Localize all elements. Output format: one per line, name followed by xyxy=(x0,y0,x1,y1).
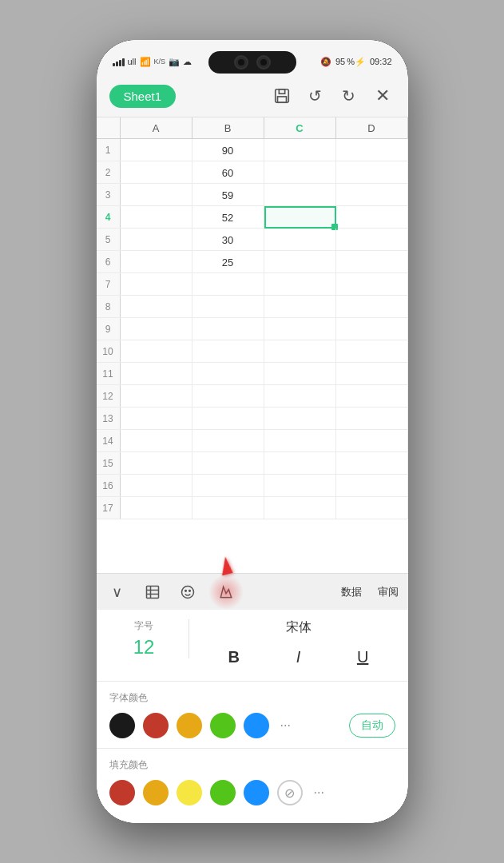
font-color-more[interactable]: ··· xyxy=(277,718,294,733)
cell-c10[interactable] xyxy=(264,340,336,363)
italic-button[interactable]: I xyxy=(284,642,312,671)
cell-d11[interactable] xyxy=(336,363,408,385)
cell-a8[interactable] xyxy=(121,296,192,318)
color-swatch-blue[interactable] xyxy=(244,713,269,738)
cell-a9[interactable] xyxy=(121,318,192,340)
cell-d2[interactable] xyxy=(336,161,408,184)
cell-c7[interactable] xyxy=(264,273,336,296)
undo-button[interactable]: ↺ xyxy=(303,83,328,109)
fill-swatch-orange[interactable] xyxy=(143,780,169,805)
cell-a12[interactable] xyxy=(121,385,192,408)
collapse-button[interactable]: ∨ xyxy=(106,581,129,603)
cell-a13[interactable] xyxy=(121,408,192,430)
cell-b13[interactable] xyxy=(192,408,264,430)
cell-b11[interactable] xyxy=(192,363,264,385)
col-header-c[interactable]: C xyxy=(264,117,336,138)
cell-c2[interactable] xyxy=(264,161,336,184)
bold-button[interactable]: B xyxy=(220,642,248,671)
cell-c12[interactable] xyxy=(264,385,336,408)
cell-d10[interactable] xyxy=(336,340,408,363)
cell-b7[interactable] xyxy=(192,273,264,296)
col-header-b[interactable]: B xyxy=(192,117,264,138)
cell-c11[interactable] xyxy=(264,363,336,385)
cell-d9[interactable] xyxy=(336,318,408,340)
cell-a11[interactable] xyxy=(121,363,192,385)
cell-a5[interactable] xyxy=(121,229,192,251)
font-name[interactable]: 宋体 xyxy=(202,619,395,636)
table-icon[interactable] xyxy=(141,581,164,603)
underline-button[interactable]: U xyxy=(348,642,377,671)
cell-c14[interactable] xyxy=(264,430,336,452)
col-header-d[interactable]: D xyxy=(336,117,408,138)
cell-d5[interactable] xyxy=(336,229,408,251)
cell-c16[interactable] xyxy=(264,475,336,497)
cell-b9[interactable] xyxy=(192,318,264,340)
cell-a3[interactable] xyxy=(121,184,192,206)
tab-review[interactable]: 审阅 xyxy=(378,585,399,599)
color-swatch-red[interactable] xyxy=(143,713,169,738)
cell-c13[interactable] xyxy=(264,408,336,430)
font-size-value[interactable]: 12 xyxy=(133,636,155,658)
save-icon[interactable] xyxy=(269,83,295,109)
cell-d1[interactable] xyxy=(336,139,408,161)
cell-a1[interactable] xyxy=(121,139,192,161)
color-swatch-black[interactable] xyxy=(109,713,135,738)
emoji-icon[interactable] xyxy=(177,581,199,603)
cell-b6[interactable]: 25 xyxy=(192,251,264,273)
cell-a16[interactable] xyxy=(121,475,192,497)
cell-b5[interactable]: 30 xyxy=(192,229,264,251)
cell-c1[interactable] xyxy=(264,139,336,161)
cell-a14[interactable] xyxy=(121,430,192,452)
cell-c9[interactable] xyxy=(264,318,336,340)
cell-b16[interactable] xyxy=(192,475,264,497)
fill-swatch-green[interactable] xyxy=(210,780,236,805)
cell-b8[interactable] xyxy=(192,296,264,318)
color-swatch-green[interactable] xyxy=(210,713,236,738)
cell-d4[interactable] xyxy=(336,206,408,229)
fill-none-button[interactable]: ⊘ xyxy=(277,780,303,805)
redo-button[interactable]: ↻ xyxy=(336,83,362,109)
cell-b14[interactable] xyxy=(192,430,264,452)
fill-swatch-blue[interactable] xyxy=(244,780,269,805)
cell-d17[interactable] xyxy=(336,497,408,519)
cell-b4[interactable]: 52 xyxy=(192,206,264,229)
cell-d15[interactable] xyxy=(336,452,408,475)
cell-d3[interactable] xyxy=(336,184,408,206)
cell-b15[interactable] xyxy=(192,452,264,475)
cell-b12[interactable] xyxy=(192,385,264,408)
cell-a10[interactable] xyxy=(121,340,192,363)
cell-c3[interactable] xyxy=(264,184,336,206)
cell-a7[interactable] xyxy=(121,273,192,296)
cell-d8[interactable] xyxy=(336,296,408,318)
cell-c8[interactable] xyxy=(264,296,336,318)
cell-a15[interactable] xyxy=(121,452,192,475)
cell-c5[interactable] xyxy=(264,229,336,251)
color-swatch-orange[interactable] xyxy=(177,713,202,738)
cell-d12[interactable] xyxy=(336,385,408,408)
cell-c4[interactable] xyxy=(264,206,336,229)
fill-swatch-yellow[interactable] xyxy=(177,780,202,805)
cell-b2[interactable]: 60 xyxy=(192,161,264,184)
cell-d6[interactable] xyxy=(336,251,408,273)
cell-b1[interactable]: 90 xyxy=(192,139,264,161)
cell-a4[interactable] xyxy=(121,206,192,229)
cell-d16[interactable] xyxy=(336,475,408,497)
cell-a2[interactable] xyxy=(121,161,192,184)
cell-b10[interactable] xyxy=(192,340,264,363)
cell-d7[interactable] xyxy=(336,273,408,296)
cell-b17[interactable] xyxy=(192,497,264,519)
cell-c6[interactable] xyxy=(264,251,336,273)
cell-c17[interactable] xyxy=(264,497,336,519)
tab-data[interactable]: 数据 xyxy=(341,585,362,599)
format-icon-active[interactable] xyxy=(212,578,240,606)
sheet-tab[interactable]: Sheet1 xyxy=(109,85,177,108)
fill-color-more[interactable]: ··· xyxy=(311,785,327,800)
font-color-auto[interactable]: 自动 xyxy=(349,714,395,738)
cell-a6[interactable] xyxy=(121,251,192,273)
fill-swatch-dark-red[interactable] xyxy=(109,780,135,805)
cell-d14[interactable] xyxy=(336,430,408,452)
cell-d13[interactable] xyxy=(336,408,408,430)
cell-c15[interactable] xyxy=(264,452,336,475)
cell-a17[interactable] xyxy=(121,497,192,519)
col-header-a[interactable]: A xyxy=(121,117,192,138)
